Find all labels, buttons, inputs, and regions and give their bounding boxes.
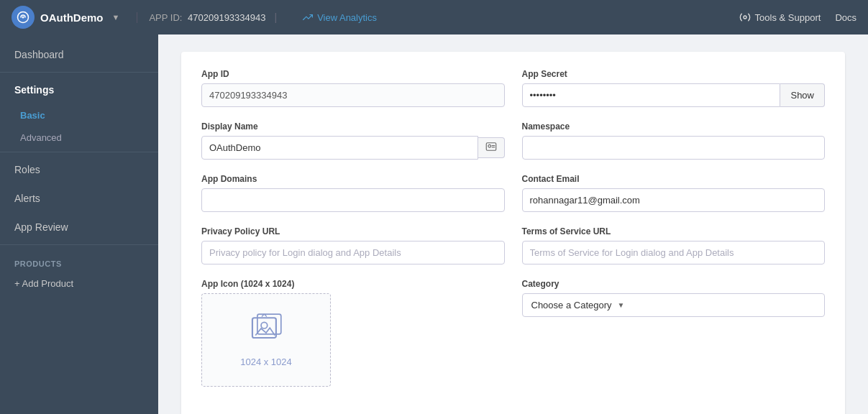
secret-input-row: Show: [522, 83, 826, 107]
contact-email-group: Contact Email: [522, 174, 826, 212]
app-id-value: 470209193334943: [188, 12, 265, 23]
display-name-group: Display Name: [201, 121, 505, 160]
contact-email-input[interactable]: [522, 188, 826, 212]
app-name: OAuthDemo: [40, 12, 104, 24]
display-name-input-row: [201, 136, 505, 160]
row-app-id-secret: App ID App Secret Show: [201, 69, 825, 107]
namespace-input[interactable]: [522, 136, 826, 160]
main-layout: Dashboard Settings Basic Advanced Roles …: [0, 34, 868, 414]
show-secret-button[interactable]: Show: [780, 83, 825, 107]
tools-icon: [739, 12, 751, 23]
tools-support-button[interactable]: Tools & Support: [739, 12, 821, 23]
row-displayname-namespace: Display Name: [201, 121, 825, 160]
terms-of-service-group: Terms of Service URL: [522, 226, 826, 264]
privacy-policy-input[interactable]: [201, 241, 505, 264]
app-secret-input[interactable]: [522, 83, 781, 107]
svg-point-4: [488, 144, 490, 147]
svg-point-1: [22, 17, 24, 18]
chevron-down-icon: ▼: [618, 301, 625, 309]
privacy-policy-group: Privacy Policy URL: [201, 226, 505, 264]
terms-of-service-input[interactable]: [522, 241, 826, 264]
view-analytics-button[interactable]: View Analytics: [303, 12, 377, 23]
sidebar-item-basic[interactable]: Basic: [0, 104, 158, 126]
app-secret-group: App Secret Show: [522, 69, 826, 107]
analytics-icon: [303, 12, 313, 22]
contact-email-label: Contact Email: [522, 174, 826, 184]
right-nav: Tools & Support Docs: [739, 12, 856, 23]
app-icon-upload[interactable]: 1024 x 1024: [201, 293, 331, 387]
sidebar-item-roles[interactable]: Roles: [0, 155, 158, 184]
app-id-label: APP ID:: [149, 12, 182, 23]
app-logo-icon: [12, 6, 35, 29]
namespace-group: Namespace: [522, 121, 826, 160]
icon-placeholder-graphic: [247, 313, 285, 351]
settings-form-card: App ID App Secret Show Display Name: [181, 52, 845, 414]
row-privacy-terms: Privacy Policy URL Terms of Service URL: [201, 226, 825, 264]
sidebar-item-advanced[interactable]: Advanced: [0, 126, 158, 149]
sidebar-item-alerts[interactable]: Alerts: [0, 184, 158, 213]
app-domains-group: App Domains: [201, 174, 505, 212]
sidebar-item-dashboard[interactable]: Dashboard: [0, 40, 158, 69]
sidebar-item-settings[interactable]: Settings: [0, 75, 158, 104]
dropdown-icon[interactable]: ▼: [112, 13, 120, 22]
app-id-group: App ID: [201, 69, 505, 107]
terms-of-service-label: Terms of Service URL: [522, 226, 826, 236]
display-name-label: Display Name: [201, 121, 505, 132]
namespace-label: Namespace: [522, 121, 826, 132]
id-card-icon: [485, 142, 497, 151]
sidebar-item-app-review[interactable]: App Review: [0, 213, 158, 242]
svg-point-2: [744, 16, 746, 19]
top-nav: OAuthDemo ▼ APP ID: 470209193334943 | Vi…: [0, 0, 868, 34]
content-area: App ID App Secret Show Display Name: [158, 34, 868, 414]
app-domains-label: App Domains: [201, 174, 505, 184]
add-product-button[interactable]: + Add Product: [0, 271, 158, 296]
tools-support-label: Tools & Support: [755, 12, 821, 23]
app-icon-group: App Icon (1024 x 1024): [201, 279, 505, 387]
products-label: PRODUCTS: [0, 248, 158, 271]
category-label: Category: [522, 279, 826, 289]
app-logo[interactable]: OAuthDemo ▼: [12, 6, 119, 29]
privacy-policy-label: Privacy Policy URL: [201, 226, 505, 236]
app-secret-label: App Secret: [522, 69, 826, 79]
display-name-input[interactable]: [201, 136, 478, 160]
choose-category-button[interactable]: Choose a Category ▼: [522, 293, 826, 317]
icon-size-label: 1024 x 1024: [240, 356, 292, 367]
choose-category-label: Choose a Category: [531, 300, 612, 310]
category-group: Category Choose a Category ▼: [522, 279, 826, 387]
svg-point-9: [261, 322, 268, 328]
app-domains-input[interactable]: [201, 188, 505, 212]
app-id-input[interactable]: [201, 83, 505, 107]
row-icon-category: App Icon (1024 x 1024): [201, 279, 825, 387]
app-icon-label: App Icon (1024 x 1024): [201, 279, 505, 289]
view-analytics-label: View Analytics: [317, 12, 377, 23]
docs-link[interactable]: Docs: [835, 12, 856, 23]
app-id-section: APP ID: 470209193334943: [137, 12, 265, 23]
row-domains-email: App Domains Contact Email: [201, 174, 825, 212]
sidebar: Dashboard Settings Basic Advanced Roles …: [0, 34, 158, 414]
app-id-field-label: App ID: [201, 69, 505, 79]
display-name-icon-button[interactable]: [478, 137, 505, 158]
